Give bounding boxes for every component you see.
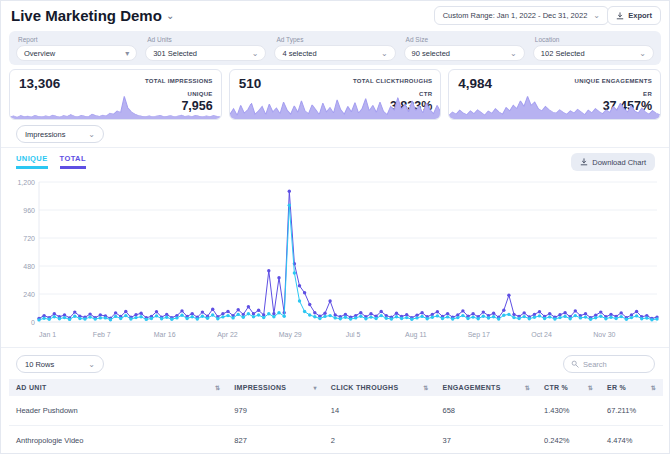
table-row[interactable]: Anthropologie Video 827 2 37 0.242% 4.47… [9,426,663,454]
sparkline-chart [230,95,441,119]
column-header-engagements[interactable]: ENGAGEMENTS⇅ [436,379,538,396]
sort-desc-icon[interactable]: ▾ [313,384,316,391]
chevron-down-icon: ⌄ [88,130,95,139]
ad-units-table: AD UNIT⇅ IMPRESSIONS▾ CLICK THROUGHS⇅ EN… [9,379,663,454]
search-icon [571,360,579,368]
svg-text:720: 720 [23,235,35,242]
ad-types-select[interactable]: 4 selected⌄ [274,45,395,61]
cell-ctr: 0.242% [537,426,600,454]
stat-value: 13,306 [19,76,60,91]
filter-ad-size: Ad Size 90 selected⌄ [404,35,525,61]
svg-text:Jul 5: Jul 5 [346,331,361,338]
chevron-down-icon: ⌄ [639,49,646,58]
sort-icon[interactable]: ⇅ [423,384,428,391]
rows-per-page-select[interactable]: 10 Rows ⌄ [16,355,104,373]
stat-card-impressions: 13,306 TOTAL IMPRESSIONS UNIQUE 7,956 [9,69,222,120]
report-select-value: Overview [24,49,55,58]
page-title-text: Live Marketing Demo [11,7,162,24]
cell-er: 67.211% [600,396,663,426]
filter-panel: Report Overview▾ Ad Units 301 Selected⌄ … [9,31,661,65]
svg-text:Aug 11: Aug 11 [405,331,427,339]
svg-text:Nov 30: Nov 30 [593,331,615,338]
sparkline-chart [10,95,221,119]
filter-label: Report [18,36,137,43]
chevron-down-icon: ⌄ [381,49,388,58]
rows-select-value: 10 Rows [25,360,54,369]
svg-text:0: 0 [31,319,35,326]
ad-types-select-value: 4 selected [282,49,316,58]
download-icon [616,12,624,20]
filter-label: Ad Units [147,36,266,43]
cell-engagements: 658 [436,396,538,426]
sort-icon[interactable]: ⇅ [651,384,656,391]
download-icon [580,158,588,166]
filter-label: Location [535,36,654,43]
stat-label: TOTAL CLICKTHROUGHS [353,78,432,84]
cell-impressions: 827 [227,426,323,454]
chart-section: UNIQUE TOTAL Download Chart 024048072096… [1,147,669,347]
filter-location: Location 102 Selected⌄ [533,35,654,61]
export-button[interactable]: Export [607,6,661,25]
stat-value: 510 [239,76,262,91]
column-label: CTR % [544,384,568,391]
sort-icon[interactable]: ⇅ [215,384,220,391]
ad-size-select-value: 90 selected [412,49,450,58]
svg-text:Oct 24: Oct 24 [531,331,552,338]
ad-units-select[interactable]: 301 Selected⌄ [145,45,266,61]
download-chart-label: Download Chart [592,158,646,167]
column-header-er[interactable]: ER %⇅ [600,379,663,396]
filter-ad-types: Ad Types 4 selected⌄ [274,35,395,61]
svg-text:Mar 16: Mar 16 [154,331,176,338]
stat-label: TOTAL IMPRESSIONS [145,78,213,84]
stat-cards: 13,306 TOTAL IMPRESSIONS UNIQUE 7,956 51… [9,69,661,120]
impressions-line-chart[interactable]: 02404807209601,200Jan 1Feb 7Mar 16Apr 22… [9,174,663,346]
chevron-down-icon: ⌄ [510,49,517,58]
svg-text:960: 960 [23,207,35,214]
cell-engagements: 37 [436,426,538,454]
dashboard-root: Live Marketing Demo⌄ Custom Range: Jan 1… [0,0,670,454]
metric-select-value: Impressions [25,130,65,139]
svg-text:480: 480 [23,263,35,270]
svg-text:Apr 22: Apr 22 [217,331,238,339]
chevron-down-icon: ⌄ [166,10,174,21]
column-label: AD UNIT [16,384,47,391]
svg-text:Jan 1: Jan 1 [39,331,56,338]
download-chart-button[interactable]: Download Chart [571,153,655,171]
stat-card-clickthroughs: 510 TOTAL CLICKTHROUGHS CTR 3.833% [229,69,442,120]
location-select-value: 102 Selected [541,49,585,58]
filter-label: Ad Types [276,36,395,43]
location-select[interactable]: 102 Selected⌄ [533,45,654,61]
stat-label: UNIQUE ENGAGEMENTS [575,78,652,84]
filter-ad-units: Ad Units 301 Selected⌄ [145,35,266,61]
ad-units-select-value: 301 Selected [153,49,197,58]
metric-select[interactable]: Impressions ⌄ [16,125,104,143]
report-select[interactable]: Overview▾ [16,45,137,61]
date-range-button[interactable]: Custom Range: Jan 1, 2022 - Dec 31, 2022… [434,6,609,25]
cell-ad-unit: Anthropologie Video [9,426,227,454]
sparkline-chart [449,95,660,119]
svg-text:1,200: 1,200 [17,179,35,186]
column-header-ctr[interactable]: CTR %⇅ [537,379,600,396]
svg-text:Feb 7: Feb 7 [93,331,111,338]
export-label: Export [628,11,652,20]
date-range-label: Custom Range: Jan 1, 2022 - Dec 31, 2022 [443,11,588,20]
legend-toggle-total[interactable]: TOTAL [60,154,86,169]
top-bar: Live Marketing Demo⌄ Custom Range: Jan 1… [1,1,669,31]
search-input[interactable] [583,360,643,369]
page-title[interactable]: Live Marketing Demo⌄ [11,7,174,24]
cell-click-throughs: 2 [324,426,436,454]
column-header-click-throughs[interactable]: CLICK THROUGHS⇅ [324,379,436,396]
table-row[interactable]: Header Pushdown 979 14 658 1.430% 67.211… [9,396,663,426]
sort-icon[interactable]: ⇅ [525,384,530,391]
svg-text:May 29: May 29 [279,331,302,339]
column-header-ad-unit[interactable]: AD UNIT⇅ [9,379,227,396]
ad-size-select[interactable]: 90 selected⌄ [404,45,525,61]
sort-icon[interactable]: ⇅ [588,384,593,391]
cell-er: 4.474% [600,426,663,454]
legend-toggle-unique[interactable]: UNIQUE [16,154,48,169]
svg-text:240: 240 [23,291,35,298]
cell-ad-unit: Header Pushdown [9,396,227,426]
column-label: IMPRESSIONS [234,384,286,391]
column-label: ENGAGEMENTS [443,384,501,391]
column-header-impressions[interactable]: IMPRESSIONS▾ [227,379,323,396]
